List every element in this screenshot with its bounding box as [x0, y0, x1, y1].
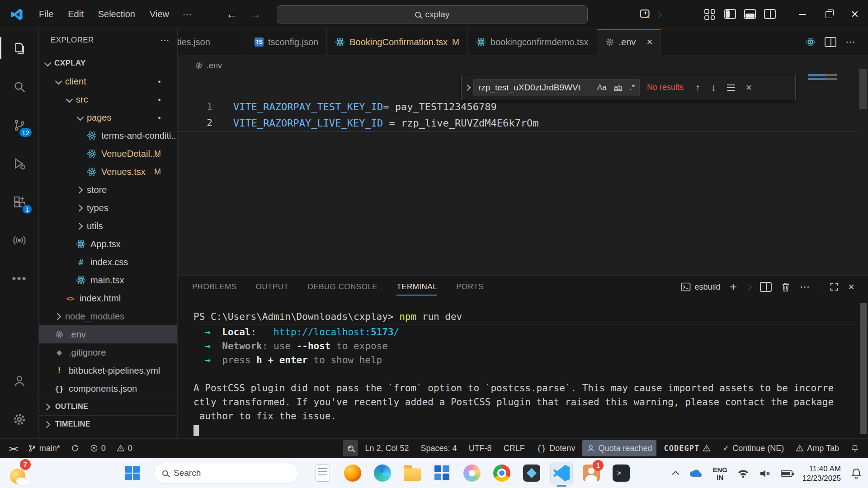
taskbar-app-office-app[interactable]: [431, 462, 453, 484]
tree-item-pages[interactable]: pages●: [39, 108, 177, 127]
status-sync-changes[interactable]: [66, 440, 84, 456]
tab--env[interactable]: .env×: [597, 29, 661, 55]
menu-edit[interactable]: Edit: [61, 6, 90, 22]
restore-button[interactable]: [816, 0, 842, 29]
toggle-primary-sidebar-button[interactable]: [724, 9, 736, 19]
status-continue-extension[interactable]: ✓Continue (NE): [718, 440, 788, 456]
find-close-button[interactable]: ×: [746, 82, 752, 94]
activity-more-views-button[interactable]: •••: [0, 259, 39, 298]
taskbar-app-people-app[interactable]: 1: [580, 462, 603, 484]
close-button[interactable]: ✕: [842, 0, 868, 29]
hidden-icons-chevron[interactable]: [672, 471, 679, 478]
status-codegpt[interactable]: CODEGPT: [659, 440, 715, 456]
taskbar-app-photos-app[interactable]: [461, 462, 483, 484]
panel-tab-ports[interactable]: PORTS: [456, 276, 484, 298]
status-eol[interactable]: CRLF: [499, 440, 529, 456]
back-button[interactable]: ←: [226, 7, 238, 21]
find-previous-button[interactable]: ↑: [695, 82, 700, 94]
terminal-dropdown-chevron[interactable]: [745, 283, 752, 291]
more-editor-actions-icon[interactable]: ⋯: [845, 36, 856, 48]
status-cursor-position[interactable]: Ln 2, Col 52: [361, 440, 414, 456]
forward-button[interactable]: →: [250, 7, 261, 21]
panel-tab-debug-console[interactable]: DEBUG CONSOLE: [307, 276, 377, 298]
activity-accounts-button[interactable]: [0, 361, 39, 400]
activity-source-control-button[interactable]: 12: [0, 106, 39, 144]
taskbar-app-vscode[interactable]: [550, 462, 573, 484]
terminal-output[interactable]: PS C:\Users\Admin\Downloads\cxplay> npm …: [178, 298, 868, 437]
start-button[interactable]: [121, 462, 144, 484]
status-language-mode[interactable]: {}Dotenv: [532, 440, 580, 456]
activity-settings-button[interactable]: [0, 400, 39, 438]
menu-file[interactable]: File: [32, 6, 61, 22]
activity-search-button[interactable]: [0, 67, 39, 106]
notification-bell-icon[interactable]: [851, 468, 862, 479]
widgets-weather-icon[interactable]: 7: [7, 461, 33, 486]
menu-selection[interactable]: Selection: [91, 6, 142, 22]
toggle-replace-button[interactable]: [462, 75, 473, 100]
activity-remote-signal-button[interactable]: [0, 221, 39, 259]
minimap[interactable]: [808, 73, 840, 83]
copilot-button[interactable]: [639, 8, 661, 21]
tree-item-terms-and-conditi-[interactable]: terms-and-conditi...: [39, 127, 177, 145]
more-menus-button[interactable]: ⋯: [176, 6, 199, 23]
maximize-panel-icon[interactable]: [829, 282, 839, 292]
status-zoom-indicator[interactable]: [343, 440, 358, 456]
close-panel-icon[interactable]: ×: [848, 281, 854, 293]
explorer-more-actions-button[interactable]: ⋯: [160, 35, 170, 46]
toggle-secondary-sidebar-button[interactable]: [764, 9, 776, 19]
taskbar-app-firefox[interactable]: [341, 462, 364, 484]
editor-scrollbar[interactable]: [859, 69, 867, 109]
tree-item-node-modules[interactable]: node_modules: [39, 307, 177, 325]
section-header-timeline[interactable]: TIMELINE: [39, 415, 177, 433]
tree-item-app-tsx[interactable]: App.tsx: [39, 235, 177, 253]
tree-item-index-css[interactable]: #index.css: [39, 253, 177, 271]
panel-tab-terminal[interactable]: TERMINAL: [396, 276, 437, 298]
tree-item-src[interactable]: src●: [39, 90, 177, 108]
panel-tab-problems[interactable]: PROBLEMS: [192, 276, 236, 298]
tree-item-bitbucket-pipelines-yml[interactable]: !bitbucket-pipelines.yml: [39, 361, 177, 380]
tree-item-venues-tsx[interactable]: Venues.tsxM: [39, 163, 177, 181]
panel-tab-output[interactable]: OUTPUT: [255, 276, 288, 298]
activity-explorer-button[interactable]: [0, 29, 39, 67]
taskbar-app-vm-app[interactable]: [520, 462, 543, 484]
taskbar-search[interactable]: Search: [154, 463, 298, 483]
tree-item-venuedetail-[interactable]: VenueDetail....M: [39, 145, 177, 163]
find-input-box[interactable]: Aa ab .*: [473, 79, 640, 96]
tab-cities-json[interactable]: cities.json: [178, 29, 246, 55]
customize-layout-button[interactable]: [704, 9, 716, 20]
code-editor[interactable]: 1VITE_RAZORPAY_TEST_KEY_ID= pay_TEST1234…: [178, 75, 868, 275]
more-terminal-actions-icon[interactable]: ⋯: [800, 281, 811, 293]
run-react-action-icon[interactable]: [806, 37, 816, 47]
tab-close-icon[interactable]: ×: [646, 36, 652, 48]
clock[interactable]: 11:40 AM12/23/2025: [802, 464, 841, 483]
status-copilot-quota[interactable]: Quota reached: [582, 440, 656, 456]
activity-extensions-button[interactable]: 1: [0, 183, 39, 221]
status-indentation[interactable]: Spaces: 4: [416, 440, 462, 456]
new-terminal-button[interactable]: +: [730, 280, 737, 294]
find-in-selection-button[interactable]: [727, 84, 735, 91]
tree-item-client[interactable]: client●: [39, 72, 177, 90]
menu-view[interactable]: View: [142, 6, 176, 22]
tab-bookingconfirmdemo-tsx[interactable]: bookingconfirmdemo.tsx: [468, 29, 597, 55]
terminal-scrollbar[interactable]: [860, 303, 867, 434]
activity-run-debug-button[interactable]: [0, 144, 39, 183]
taskbar-app-windows-terminal[interactable]: >_: [610, 462, 632, 484]
taskbar-app-chrome[interactable]: [491, 462, 513, 484]
volume-muted-icon[interactable]: [759, 468, 771, 479]
command-center-search[interactable]: cxplay: [277, 5, 588, 23]
tree-item-main-tsx[interactable]: main.tsx: [39, 271, 177, 289]
status-amp-tab[interactable]: Amp Tab: [791, 440, 844, 456]
active-terminal-item[interactable]: esbuild: [680, 282, 721, 292]
tree-item--gitignore[interactable]: ◆.gitignore: [39, 343, 177, 361]
tab-tsconfig-json[interactable]: TStsconfig.json: [246, 29, 327, 55]
onedrive-cloud-icon[interactable]: [689, 469, 703, 479]
tab-bookingconfirmation-tsx[interactable]: BookingConfirmation.tsxM: [327, 29, 468, 55]
wifi-icon[interactable]: [737, 469, 749, 479]
breadcrumb[interactable]: .env: [178, 56, 868, 75]
status-git-branch[interactable]: main*: [24, 440, 65, 456]
tree-item-store[interactable]: store: [39, 181, 177, 199]
match-case-toggle[interactable]: Aa: [595, 83, 609, 93]
toggle-panel-button[interactable]: [744, 9, 756, 19]
split-editor-icon[interactable]: [825, 37, 836, 47]
whole-word-toggle[interactable]: ab: [612, 83, 624, 93]
